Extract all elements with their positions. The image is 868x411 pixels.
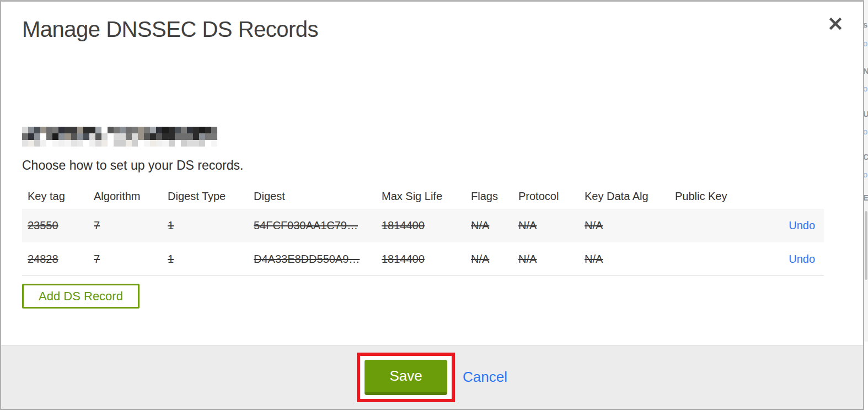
undo-link[interactable]: Undo bbox=[789, 219, 815, 231]
column-header-key-tag: Key tag bbox=[22, 190, 88, 203]
add-ds-record-button[interactable]: Add DS Record bbox=[22, 284, 140, 309]
column-header-public-key: Public Key bbox=[669, 190, 773, 203]
cell-key-tag: 24828 bbox=[22, 253, 88, 266]
column-header-max-sig-life: Max Sig Life bbox=[376, 190, 465, 203]
cell-key-data-alg: N/A bbox=[579, 219, 669, 232]
cell-algorithm: 7 bbox=[88, 253, 162, 266]
background-text-fragment: o bbox=[864, 127, 867, 136]
column-header-algorithm: Algorithm bbox=[88, 190, 162, 203]
page-title: Manage DNSSEC DS Records bbox=[22, 17, 318, 42]
close-button[interactable] bbox=[826, 15, 845, 34]
background-text-fragment: C bbox=[864, 152, 868, 161]
table-row: 23550 7 1 54FCF030AA1C79… 1814400 N/A N/… bbox=[22, 209, 824, 242]
close-icon bbox=[827, 15, 844, 32]
background-text-fragment: s bbox=[864, 20, 867, 29]
column-header-digest-type: Digest Type bbox=[162, 190, 248, 203]
cell-key-data-alg: N/A bbox=[579, 253, 669, 266]
cell-algorithm: 7 bbox=[88, 219, 162, 232]
cancel-link[interactable]: Cancel bbox=[463, 369, 507, 386]
cell-protocol: N/A bbox=[513, 219, 579, 232]
modal-footer: Save Cancel bbox=[1, 345, 863, 409]
column-header-digest: Digest bbox=[248, 190, 376, 203]
cell-digest-type: 1 bbox=[162, 253, 248, 266]
ds-records-table: Key tag Algorithm Digest Type Digest Max… bbox=[22, 183, 824, 276]
cell-flags: N/A bbox=[465, 219, 513, 232]
cell-key-tag: 23550 bbox=[22, 219, 88, 232]
column-header-protocol: Protocol bbox=[513, 190, 579, 203]
table-header-row: Key tag Algorithm Digest Type Digest Max… bbox=[22, 183, 824, 209]
instruction-text: Choose how to set up your DS records. bbox=[22, 158, 243, 173]
undo-link[interactable]: Undo bbox=[789, 253, 815, 265]
cell-max-sig-life: 1814400 bbox=[376, 219, 465, 232]
cell-actions: Undo bbox=[773, 219, 824, 232]
save-button[interactable]: Save bbox=[365, 360, 447, 395]
table-row: 24828 7 1 D4A33E8DD550A9… 1814400 N/A N/… bbox=[22, 242, 824, 276]
redacted-domain bbox=[22, 127, 217, 147]
background-text-fragment: N bbox=[864, 66, 868, 75]
cell-digest: D4A33E8DD550A9… bbox=[248, 253, 376, 266]
cell-actions: Undo bbox=[773, 253, 824, 266]
cell-digest-type: 1 bbox=[162, 219, 248, 232]
background-text-fragment: o bbox=[864, 39, 867, 48]
cell-protocol: N/A bbox=[513, 253, 579, 266]
background-text-fragment: o bbox=[864, 84, 867, 93]
background-text-fragment: U bbox=[864, 109, 868, 118]
background-text-fragment: E bbox=[864, 193, 868, 202]
column-header-flags: Flags bbox=[465, 190, 513, 203]
background-page-strip: soNoUoCoE bbox=[864, 0, 868, 411]
scrollbar-thumb[interactable] bbox=[865, 211, 867, 280]
dnssec-modal: Manage DNSSEC DS Records Choose how to s… bbox=[0, 0, 864, 410]
cell-max-sig-life: 1814400 bbox=[376, 253, 465, 266]
column-header-key-data-alg: Key Data Alg bbox=[579, 190, 669, 203]
screen: Manage DNSSEC DS Records Choose how to s… bbox=[0, 0, 868, 411]
background-text-fragment: o bbox=[864, 170, 867, 179]
cell-flags: N/A bbox=[465, 253, 513, 266]
cell-digest: 54FCF030AA1C79… bbox=[248, 219, 376, 232]
annotation-highlight-rectangle: Save bbox=[357, 353, 455, 402]
